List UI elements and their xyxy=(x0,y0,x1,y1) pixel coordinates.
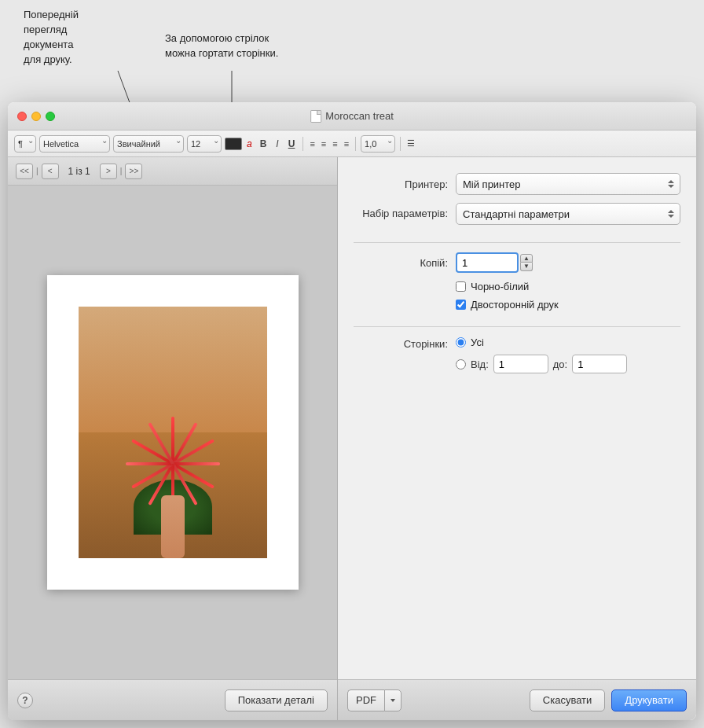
align-justify-button[interactable]: ≡ xyxy=(343,138,350,149)
copies-row: Копій: 1 ▲ ▼ xyxy=(354,252,680,273)
separator-1 xyxy=(354,242,680,243)
settings-spacer xyxy=(354,388,680,679)
all-pages-radio[interactable] xyxy=(456,337,466,347)
show-details-button[interactable]: Показати деталі xyxy=(225,689,328,711)
window-title: Moroccan treat xyxy=(310,110,394,123)
page-counter: 1 із 1 xyxy=(62,166,97,177)
separator-2 xyxy=(354,326,680,327)
paragraph-select[interactable]: ¶ xyxy=(14,135,36,153)
duplex-row: Двосторонній друк xyxy=(354,299,680,311)
cancel-button[interactable]: Скасувати xyxy=(530,689,606,711)
main-content: << | < 1 із 1 > | >> xyxy=(8,157,696,720)
preview-image xyxy=(79,307,267,558)
grayscale-row: Чорно-білий xyxy=(354,281,680,292)
italic-button[interactable]: I xyxy=(273,135,281,153)
copies-increment[interactable]: ▲ xyxy=(520,254,533,263)
app-window: Moroccan treat ¶ Helvetica Звичайний 12 … xyxy=(8,102,696,720)
size-select-wrap: 12 xyxy=(187,135,222,153)
pdf-button[interactable]: PDF xyxy=(347,689,384,711)
preset-select[interactable]: Стандартні параметри xyxy=(456,203,680,225)
all-pages-row: Усі xyxy=(456,336,680,348)
printer-select-wrap: Мій принтер xyxy=(456,173,680,195)
toolbar: ¶ Helvetica Звичайний 12 a B I U ≡ ≡ ≡ ≡ xyxy=(8,131,696,157)
copies-input[interactable]: 1 xyxy=(456,252,519,273)
align-left-button[interactable]: ≡ xyxy=(308,138,316,149)
document-icon xyxy=(310,110,321,123)
page-preview xyxy=(47,275,299,590)
spacing-select-wrap: 1,0 xyxy=(361,135,395,153)
svg-marker-10 xyxy=(390,699,395,702)
annotation-arrows: За допомогою стрілок можна гортати сторі… xyxy=(165,31,322,61)
range-from-input[interactable]: 1 xyxy=(493,355,548,373)
close-button[interactable] xyxy=(17,112,27,121)
preview-bottom-bar: ? Показати деталі xyxy=(8,679,337,720)
copies-stepper-wrap: 1 ▲ ▼ xyxy=(456,252,680,273)
copies-stepper: ▲ ▼ xyxy=(520,254,533,271)
preset-row: Набір параметрів: Стандартні параметри xyxy=(354,203,680,225)
toolbar-divider-2 xyxy=(355,137,356,151)
printer-select-container: Мій принтер xyxy=(456,173,680,195)
underline-button[interactable]: U xyxy=(285,135,299,153)
pdf-btn-wrap: PDF xyxy=(347,689,402,711)
printer-select[interactable]: Мій принтер xyxy=(456,173,680,195)
range-to-label: до: xyxy=(553,358,567,370)
pdf-dropdown-arrow-icon xyxy=(390,697,396,704)
preview-pane: << | < 1 із 1 > | >> xyxy=(8,157,338,720)
range-inputs: Від: 1 до: 1 xyxy=(471,355,627,373)
align-right-button[interactable]: ≡ xyxy=(331,138,339,149)
font-select[interactable]: Helvetica xyxy=(39,135,110,153)
help-button[interactable]: ? xyxy=(17,693,33,708)
style-select-wrap: Звичайний xyxy=(113,135,184,153)
titlebar: Moroccan treat xyxy=(8,102,696,131)
font-color-indicator: a xyxy=(247,138,252,149)
list-button[interactable]: ☰ xyxy=(405,138,416,149)
nav-separator-1: | xyxy=(36,167,38,175)
settings-pane: Принтер: Мій принтер xyxy=(338,157,696,720)
preset-select-wrap: Стандартні параметри xyxy=(456,203,680,225)
copies-wrap: 1 ▲ ▼ xyxy=(456,252,680,273)
preview-nav: << | < 1 із 1 > | >> xyxy=(8,157,337,186)
style-select[interactable]: Звичайний xyxy=(113,135,184,153)
pages-options: Усі Від: 1 до: 1 xyxy=(456,336,680,380)
annotation-preview: Попередній перегляд документа для друку. xyxy=(24,8,134,67)
nav-first-button[interactable]: << xyxy=(16,164,33,179)
pages-section: Сторінки: Усі Від: 1 до: 1 xyxy=(354,336,680,380)
preset-label: Набір параметрів: xyxy=(354,208,448,221)
nav-prev-button[interactable]: < xyxy=(42,164,59,179)
nav-separator-2: | xyxy=(120,167,123,175)
bold-button[interactable]: B xyxy=(257,135,270,153)
preset-select-container: Стандартні параметри xyxy=(456,203,680,225)
grayscale-label: Чорно-білий xyxy=(471,281,529,292)
settings-bottom-bar: PDF Скасувати Друкувати xyxy=(338,679,696,720)
nav-next-button[interactable]: > xyxy=(100,164,117,179)
pages-label: Сторінки: xyxy=(354,336,448,350)
all-pages-label: Усі xyxy=(471,336,484,348)
printer-row: Принтер: Мій принтер xyxy=(354,173,680,195)
copies-decrement[interactable]: ▼ xyxy=(520,263,533,271)
nav-last-button[interactable]: >> xyxy=(125,164,142,179)
toolbar-divider-1 xyxy=(302,137,303,151)
toolbar-divider-3 xyxy=(400,137,401,151)
duplex-label: Двосторонній друк xyxy=(471,299,559,311)
print-button[interactable]: Друкувати xyxy=(611,689,687,711)
minimize-button[interactable] xyxy=(31,112,41,121)
traffic-lights xyxy=(17,112,55,121)
printer-label: Принтер: xyxy=(354,178,448,190)
range-row: Від: 1 до: 1 xyxy=(456,355,680,373)
font-select-wrap: Helvetica xyxy=(39,135,110,153)
maximize-button[interactable] xyxy=(46,112,55,121)
preview-scroll xyxy=(8,186,337,679)
spacing-select[interactable]: 1,0 xyxy=(361,135,395,153)
size-select[interactable]: 12 xyxy=(187,135,222,153)
range-from-label: Від: xyxy=(471,358,489,370)
color-picker[interactable] xyxy=(225,138,242,150)
align-center-button[interactable]: ≡ xyxy=(320,138,328,149)
range-to-input[interactable]: 1 xyxy=(572,355,627,373)
paragraph-select-wrap: ¶ xyxy=(14,135,36,153)
range-radio[interactable] xyxy=(456,359,466,370)
pdf-dropdown-button[interactable] xyxy=(384,689,402,711)
copies-label: Копій: xyxy=(354,257,448,269)
grayscale-checkbox[interactable] xyxy=(456,281,466,292)
duplex-checkbox[interactable] xyxy=(456,300,466,310)
